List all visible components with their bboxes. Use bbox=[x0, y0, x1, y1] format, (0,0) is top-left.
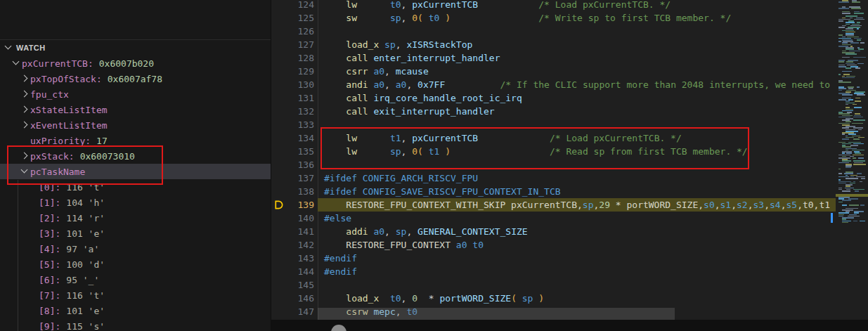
chevron-right-icon[interactable] bbox=[19, 150, 30, 162]
breakpoint-gutter[interactable] bbox=[271, 145, 287, 158]
watch-row[interactable]: pxStack:0x60073010 bbox=[0, 148, 271, 164]
watch-row[interactable]: pxTopOfStack:0x6007af78 bbox=[0, 71, 271, 86]
watch-row[interactable]: [0]:116 't' bbox=[0, 179, 271, 195]
line-number[interactable]: 127 bbox=[287, 38, 314, 51]
breakpoint-gutter[interactable] bbox=[271, 25, 287, 38]
breakpoint-gutter[interactable] bbox=[271, 38, 287, 51]
chevron-right-icon[interactable] bbox=[19, 104, 30, 115]
breakpoint-gutter[interactable] bbox=[271, 91, 287, 105]
watch-row[interactable]: uxPriority:17 bbox=[0, 133, 271, 148]
watch-row[interactable]: [9]:115 's' bbox=[0, 318, 271, 331]
line-number[interactable]: 138 bbox=[287, 185, 314, 198]
breakpoint-gutter[interactable] bbox=[271, 212, 287, 225]
breakpoint-gutter[interactable] bbox=[271, 158, 287, 171]
watch-row[interactable]: [3]:101 'e' bbox=[0, 226, 271, 241]
code-text: #endif bbox=[324, 252, 357, 265]
minimap-code-line bbox=[857, 28, 859, 30]
breakpoint-gutter[interactable] bbox=[271, 252, 287, 265]
breakpoint-gutter[interactable] bbox=[271, 305, 287, 318]
minimap[interactable] bbox=[836, 0, 868, 320]
minimap-code-line bbox=[846, 67, 851, 69]
breakpoint-gutter[interactable] bbox=[271, 292, 287, 305]
line-number[interactable]: 126 bbox=[287, 25, 314, 38]
line-number[interactable]: 131 bbox=[287, 91, 314, 105]
breakpoint-gutter[interactable] bbox=[271, 278, 287, 292]
line-number[interactable]: 124 bbox=[287, 0, 314, 11]
minimap-code-line bbox=[842, 71, 852, 72]
breakpoint-gutter[interactable] bbox=[271, 185, 287, 198]
watch-row[interactable]: pxCurrentTCB:0x6007b020 bbox=[0, 56, 271, 71]
watch-row[interactable]: [2]:114 'r' bbox=[0, 210, 271, 226]
breakpoint-gutter[interactable] bbox=[271, 51, 287, 65]
watch-row[interactable]: [6]:95 '_' bbox=[0, 272, 271, 287]
chevron-down-icon[interactable] bbox=[19, 166, 30, 177]
line-number[interactable]: 132 bbox=[287, 105, 314, 118]
breakpoint-gutter[interactable] bbox=[271, 225, 287, 238]
breakpoint-gutter[interactable] bbox=[271, 238, 287, 252]
chevron-down-icon[interactable] bbox=[3, 42, 14, 53]
horizontal-scrollbar[interactable] bbox=[318, 308, 675, 320]
minimap-code-line bbox=[857, 39, 861, 41]
minimap-code-line bbox=[842, 138, 849, 140]
minimap-code-line bbox=[860, 181, 862, 183]
watch-row[interactable]: [5]:100 'd' bbox=[0, 257, 271, 272]
line-number[interactable]: 141 bbox=[287, 225, 314, 238]
line-number[interactable]: 139 bbox=[287, 198, 314, 212]
breakpoint-gutter[interactable] bbox=[271, 105, 287, 118]
breakpoint-gutter[interactable] bbox=[271, 131, 287, 145]
line-number[interactable]: 133 bbox=[287, 118, 314, 131]
line-number[interactable]: 129 bbox=[287, 65, 314, 78]
line-number[interactable]: 146 bbox=[287, 292, 314, 305]
variable-value: 114 'r' bbox=[66, 213, 105, 223]
chevron-down-icon[interactable] bbox=[11, 58, 22, 69]
line-number[interactable]: 137 bbox=[287, 171, 314, 185]
line-number[interactable]: 143 bbox=[287, 252, 314, 265]
minimap-code-line bbox=[838, 20, 843, 22]
chevron-right-icon[interactable] bbox=[19, 119, 30, 131]
line-number[interactable]: 125 bbox=[287, 11, 314, 25]
gray-circle-button[interactable] bbox=[331, 325, 346, 331]
line-number[interactable]: 140 bbox=[287, 212, 314, 225]
minimap-code-line bbox=[838, 82, 851, 83]
line-number[interactable]: 144 bbox=[287, 265, 314, 278]
breakpoint-gutter[interactable] bbox=[271, 65, 287, 78]
line-number[interactable]: 128 bbox=[287, 51, 314, 65]
watch-row[interactable]: [1]:104 'h' bbox=[0, 195, 271, 210]
variable-name: [4]: bbox=[39, 244, 60, 254]
breakpoint-gutter[interactable] bbox=[271, 265, 287, 278]
chevron-right-icon[interactable] bbox=[19, 89, 30, 100]
line-number[interactable]: 142 bbox=[287, 238, 314, 252]
code-editor[interactable]: 124 lw t0, pxCurrentTCB /* Load pxCurren… bbox=[271, 0, 868, 320]
watch-row[interactable]: fpu_ctx bbox=[0, 86, 271, 102]
watch-row[interactable]: [8]:101 'e' bbox=[0, 303, 271, 318]
variable-value: 116 't' bbox=[66, 182, 105, 193]
code-text: #else bbox=[324, 212, 351, 225]
line-number[interactable]: 136 bbox=[287, 158, 314, 171]
watch-row[interactable]: xStateListItem bbox=[0, 102, 271, 117]
watch-row[interactable]: pcTaskName bbox=[0, 164, 271, 179]
variable-value: 95 '_' bbox=[66, 275, 99, 285]
line-number[interactable]: 147 bbox=[287, 305, 314, 318]
breakpoint-gutter[interactable] bbox=[271, 0, 287, 11]
watch-row[interactable]: [7]:116 't' bbox=[0, 287, 271, 303]
code-text: #endif bbox=[324, 265, 357, 278]
minimap-code-line bbox=[857, 94, 865, 96]
line-number[interactable]: 134 bbox=[287, 131, 314, 145]
line-number[interactable]: 135 bbox=[287, 145, 314, 158]
debug-stackframe-icon[interactable] bbox=[271, 198, 287, 212]
minimap-code-line bbox=[842, 200, 851, 201]
watch-row[interactable]: xEventListItem bbox=[0, 117, 271, 133]
breakpoint-gutter[interactable] bbox=[271, 118, 287, 131]
line-number[interactable]: 145 bbox=[287, 278, 314, 292]
breakpoint-gutter[interactable] bbox=[271, 78, 287, 91]
watch-row[interactable]: [4]:97 'a' bbox=[0, 241, 271, 257]
minimap-code-line bbox=[842, 13, 850, 14]
watch-section-header[interactable]: WATCH bbox=[0, 40, 271, 56]
variable-name: [5]: bbox=[39, 259, 60, 270]
breakpoint-gutter[interactable] bbox=[271, 171, 287, 185]
chevron-right-icon[interactable] bbox=[19, 73, 30, 84]
code-line-140: 140#else bbox=[271, 212, 836, 225]
line-number[interactable]: 130 bbox=[287, 78, 314, 91]
code-text: #ifdef CONFIG_ARCH_RISCV_FPU bbox=[324, 171, 478, 185]
breakpoint-gutter[interactable] bbox=[271, 11, 287, 25]
